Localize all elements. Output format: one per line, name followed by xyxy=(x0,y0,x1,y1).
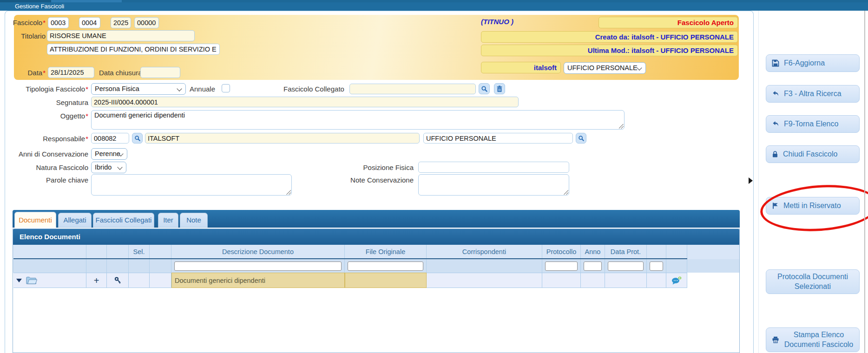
search-icon xyxy=(578,135,585,142)
tab-documenti[interactable]: Documenti xyxy=(14,212,56,228)
row-descrizione-cell[interactable]: Documenti generici dipendenti xyxy=(171,273,345,288)
data-input[interactable] xyxy=(48,67,94,78)
natura-fascicolo-select[interactable]: Ibrido xyxy=(91,162,126,173)
parole-chiave-textarea[interactable] xyxy=(91,174,292,196)
column-header-anno[interactable]: Anno xyxy=(581,245,605,258)
row-corrispondenti-cell[interactable] xyxy=(427,273,542,288)
responsabile-code-input[interactable] xyxy=(91,133,129,144)
segnatura-input[interactable] xyxy=(91,97,519,107)
row-sel-cell[interactable] xyxy=(129,273,150,288)
natura-fascicolo-label: Natura Fascicolo xyxy=(9,163,88,171)
row-protocollo-cell[interactable] xyxy=(542,273,581,288)
tab-note[interactable]: Note xyxy=(180,213,208,228)
f3-altra-ricerca-button[interactable]: F3 - Altra Ricerca xyxy=(766,85,860,103)
row-file-originale-cell[interactable] xyxy=(345,273,427,288)
filter-protocollo-input[interactable] xyxy=(545,261,578,271)
tipologia-select[interactable]: Persona Fisica xyxy=(91,83,186,95)
chiudi-fascicolo-button[interactable]: Chiudi Fascicolo xyxy=(766,145,860,163)
note-conservazione-textarea[interactable] xyxy=(418,174,569,196)
row-data-prot-cell[interactable] xyxy=(605,273,647,288)
annuale-label: Annuale xyxy=(190,85,214,93)
chevron-down-icon xyxy=(637,65,642,70)
fascicolo-code-1-input[interactable] xyxy=(48,17,69,28)
tab-allegati[interactable]: Allegati xyxy=(58,213,92,228)
tab-bar: Documenti Allegati Fascicoli Collegati I… xyxy=(13,210,740,228)
column-header-file-originale[interactable]: File Originale xyxy=(345,245,427,258)
responsabile-ufficio-input[interactable] xyxy=(423,133,573,144)
column-header-extra[interactable] xyxy=(647,245,666,258)
fascicolo-label: Fascicolo* xyxy=(9,19,46,26)
row-anno-cell[interactable] xyxy=(581,273,605,288)
posizione-fisica-label: Posizione Fisica xyxy=(344,163,414,171)
filter-extra-input[interactable] xyxy=(650,261,663,271)
fascicolo-number-input[interactable] xyxy=(134,17,159,28)
f9-torna-elenco-button[interactable]: F9-Torna Elenco xyxy=(766,115,860,133)
row-expand-cell xyxy=(13,273,86,288)
filter-cell-blank xyxy=(666,259,687,273)
fascicolo-collegato-input[interactable] xyxy=(349,84,476,94)
column-header-data-prot[interactable]: Data Prot. xyxy=(605,245,647,258)
column-header-actions[interactable] xyxy=(666,245,687,258)
gestione-fascicoli-window: Gestione Fascicoli Fascicolo* (TITNUO ) … xyxy=(0,0,868,353)
column-header-protocollo[interactable]: Protocollo xyxy=(542,245,581,258)
column-header-blank[interactable] xyxy=(150,245,171,258)
search-icon xyxy=(134,135,141,142)
filter-descrizione-input[interactable] xyxy=(174,261,342,271)
key-icon[interactable] xyxy=(114,277,121,284)
note-conservazione-label: Note Conservazione xyxy=(344,176,414,184)
filter-cell-blank xyxy=(107,259,129,273)
metti-in-riservato-button[interactable]: Metti in Riservato xyxy=(766,197,860,215)
collapse-panel-arrow[interactable] xyxy=(749,177,753,184)
column-header-corrispondenti[interactable]: Corrispondenti xyxy=(427,245,542,258)
responsabile-nome-input[interactable] xyxy=(145,133,420,144)
f6-aggiorna-button[interactable]: F6-Aggiorna xyxy=(766,54,860,72)
comment-add-icon[interactable] xyxy=(671,276,682,285)
parole-chiave-label: Parole chiave xyxy=(9,176,88,184)
chevron-down-icon xyxy=(177,86,182,91)
data-chiusura-input[interactable] xyxy=(140,67,180,78)
search-fascicolo-collegato-button[interactable] xyxy=(479,83,490,94)
tab-iter[interactable]: Iter xyxy=(158,213,178,228)
oggetto-textarea[interactable]: Documenti generici dipendenti xyxy=(91,110,625,130)
annuale-checkbox[interactable] xyxy=(222,84,230,92)
data-chiusura-label: Data chiusura xyxy=(99,69,138,77)
fascicolo-year-input[interactable] xyxy=(111,17,131,28)
row-key-cell xyxy=(107,273,129,288)
responsabile-label: Responsabile* xyxy=(9,135,88,143)
row-comment-cell xyxy=(666,273,687,288)
column-header-key[interactable] xyxy=(107,245,129,258)
posizione-fisica-input[interactable] xyxy=(418,162,569,173)
resize-grip-icon[interactable] xyxy=(619,124,624,129)
anni-conservazione-label: Anni di Conservazione xyxy=(9,150,88,158)
row-add-cell: + xyxy=(86,273,107,288)
filter-cell-blank xyxy=(86,259,107,273)
column-header-add[interactable] xyxy=(86,245,107,258)
titolario-input[interactable] xyxy=(47,30,195,41)
plus-icon[interactable]: + xyxy=(94,276,99,285)
resize-grip-icon[interactable] xyxy=(564,190,568,195)
anni-conservazione-select[interactable]: Perenne xyxy=(91,148,127,160)
ufficio-select[interactable]: UFFICIO PERSONALE xyxy=(564,62,646,74)
caret-down-icon[interactable] xyxy=(16,279,22,282)
protocolla-documenti-button[interactable]: Protocolla DocumentiSelezionati xyxy=(766,269,860,294)
titolario-descrizione-input[interactable] xyxy=(47,44,220,55)
undo-icon xyxy=(772,90,779,98)
column-header-sel[interactable]: Sel. xyxy=(129,245,150,258)
filter-data-prot-input[interactable] xyxy=(608,261,644,271)
grid-filter-row xyxy=(13,259,687,273)
column-header-icons[interactable] xyxy=(13,245,86,258)
filter-anno-input[interactable] xyxy=(584,261,602,271)
tab-fascicoli-collegati[interactable]: Fascicoli Collegati xyxy=(93,213,154,228)
clear-fascicolo-collegato-button[interactable] xyxy=(494,83,505,94)
table-row[interactable]: + Documenti generici dipendenti xyxy=(13,273,687,288)
column-header-descrizione[interactable]: Descrizione Documento xyxy=(171,245,345,258)
filter-file-originale-input[interactable] xyxy=(348,261,423,271)
search-responsabile-button[interactable] xyxy=(132,133,143,144)
elenco-documenti-title: Elenco Documenti xyxy=(13,229,739,245)
search-ufficio-button[interactable] xyxy=(576,133,586,144)
folder-icon[interactable] xyxy=(26,276,38,285)
stampa-elenco-button[interactable]: Stampa ElencoDocumenti Fascicolo xyxy=(766,327,860,352)
page-title: Gestione Fascicoli xyxy=(15,2,64,11)
resize-grip-icon[interactable] xyxy=(286,190,291,195)
fascicolo-code-2-input[interactable] xyxy=(79,17,100,28)
